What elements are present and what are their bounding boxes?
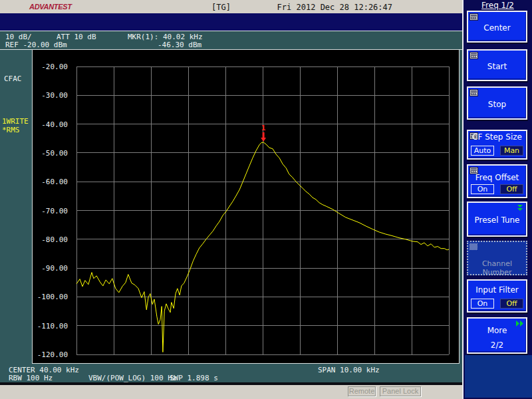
menu-footer-area [465, 355, 532, 398]
y-axis-labels: -20.00-30.00-40.00-50.00-60.00-70.00-80.… [37, 63, 68, 359]
trace-mode-label: 1WRITE [2, 117, 29, 126]
panel-lock-button[interactable]: Panel Lock [380, 386, 421, 396]
button-label: Channel Number [468, 259, 526, 277]
cf-step-man-option[interactable]: Man [500, 146, 523, 156]
freq-offset-on-option[interactable]: On [471, 184, 494, 194]
button-page-indicator: 2/2 [468, 340, 526, 350]
freq-offset-button[interactable]: Freq Offset On Off [467, 164, 527, 198]
softkey-menu: Freq 1/2 Center Start Stop CF Step Size … [462, 0, 532, 399]
menu-title: Freq 1/2 [464, 1, 532, 10]
button-label: Center [468, 23, 526, 33]
sweep-time-label: SWP 1.898 s [170, 374, 218, 382]
svg-text:-120.00: -120.00 [37, 350, 68, 359]
svg-text:-20.00: -20.00 [41, 63, 68, 71]
cf-step-auto-option[interactable]: Auto [471, 146, 494, 156]
detector-mode-label: *RMS [2, 126, 20, 134]
svg-text:-30.00: -30.00 [41, 91, 68, 100]
freq-offset-toggle: On Off [471, 184, 523, 194]
channel-number-button[interactable]: Channel Number [467, 241, 527, 275]
marker-1: 1 [261, 124, 266, 142]
svg-text:-40.00: -40.00 [41, 120, 68, 129]
graph-grid [76, 66, 449, 354]
presel-tune-button[interactable]: Presel Tune [467, 201, 527, 237]
button-label: Start [468, 62, 526, 71]
svg-text:-80.00: -80.00 [41, 235, 68, 244]
remote-button[interactable]: Remote [348, 386, 376, 396]
correction-status-label: CFAC [4, 74, 22, 83]
button-label: CF Step Size [468, 132, 526, 142]
svg-text:-50.00: -50.00 [41, 149, 68, 158]
button-label: Presel Tune [468, 215, 526, 225]
button-label: More [468, 326, 526, 335]
keypad-icon [469, 52, 478, 59]
input-filter-toggle: On Off [471, 299, 523, 309]
title-band [0, 13, 464, 31]
stop-button[interactable]: Stop [467, 86, 527, 120]
plot-area: -20.00-30.00-40.00-50.00-60.00-70.00-80.… [32, 49, 460, 364]
marker-level-readout: -46.30 dBm [158, 41, 201, 49]
cf-step-size-button[interactable]: CF Step Size Auto Man [467, 130, 527, 160]
submenu-down-arrows-icon [517, 205, 523, 211]
button-label: Stop [468, 100, 526, 109]
bottom-bar: Remote Panel Lock [0, 385, 464, 399]
input-filter-off-option[interactable]: Off [500, 299, 523, 309]
spectrum-analyzer-screen: ADVANTEST [TG] Fri 2012 Dec 28 12:26:47 … [0, 0, 532, 399]
input-filter-button[interactable]: Input Filter On Off [467, 279, 527, 313]
svg-text:-70.00: -70.00 [41, 207, 68, 215]
svg-text:-100.00: -100.00 [37, 293, 68, 301]
keypad-icon [469, 89, 478, 96]
start-button[interactable]: Start [467, 49, 527, 81]
button-label: Input Filter [468, 285, 526, 295]
input-filter-on-option[interactable]: On [471, 299, 494, 309]
tracking-generator-indicator: [TG] [211, 3, 231, 12]
svg-text:-90.00: -90.00 [41, 264, 68, 273]
svg-text:-110.00: -110.00 [37, 322, 68, 331]
center-button[interactable]: Center [467, 11, 527, 43]
cf-step-size-toggle: Auto Man [471, 146, 523, 156]
span-label: SPAN 10.00 kHz [318, 366, 380, 374]
disabled-keypad-icon [469, 243, 477, 250]
freq-offset-off-option[interactable]: Off [500, 184, 523, 194]
button-label: Freq Offset [468, 173, 526, 182]
measurement-header: 10 dB/ ATT 10 dB MKR(1): 40.02 kHz REF -… [0, 31, 464, 50]
spectrum-chart: -20.00-30.00-40.00-50.00-60.00-70.00-80.… [33, 50, 459, 363]
vbw-label: VBW/(POW_LOG) 100 Hz [88, 374, 176, 382]
rbw-label: RBW 100 Hz [9, 374, 53, 382]
keypad-icon [469, 13, 478, 21]
more-pages-button[interactable]: More 2/2 [467, 317, 527, 354]
svg-text:-60.00: -60.00 [41, 178, 68, 186]
top-bar: ADVANTEST [TG] Fri 2012 Dec 28 12:26:47 [0, 0, 464, 13]
svg-text:1: 1 [261, 124, 266, 132]
reference-level-readout: REF -20.00 dBm [5, 41, 67, 49]
advantest-logo: ADVANTEST [29, 3, 72, 11]
datetime-display: Fri 2012 Dec 28 12:26:47 [277, 3, 392, 12]
